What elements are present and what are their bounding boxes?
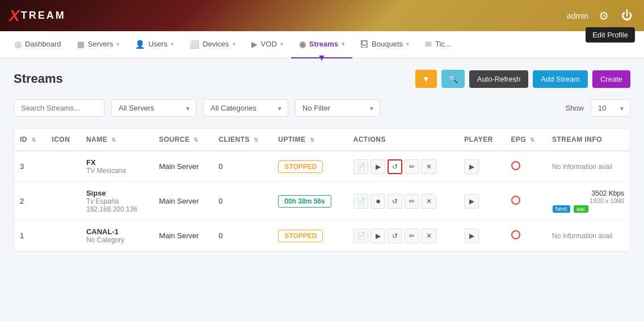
cell-icon <box>46 182 81 221</box>
epg-sort[interactable]: ⇅ <box>530 137 535 143</box>
show-count-wrapper: 10 <box>591 99 630 117</box>
col-uptime: UPTIME ⇅ <box>272 129 347 151</box>
action-stop-btn[interactable]: ■ <box>371 194 385 209</box>
search-input[interactable] <box>14 99 104 117</box>
show-count-select[interactable]: 10 <box>591 99 630 117</box>
navbar: ◎ Dashboard ▦ Servers ▾ 👤 Users ▾ ⬜ Devi… <box>0 31 644 58</box>
player-play-btn[interactable]: ▶ <box>464 229 479 243</box>
power-button[interactable]: ⏻ <box>619 7 635 24</box>
action-delete-btn[interactable]: ✕ <box>422 194 436 209</box>
action-refresh-btn[interactable]: ↺ <box>388 229 402 243</box>
stream-ip: 192.168.200.136 <box>86 205 148 213</box>
filter-row: All Servers All Categories No Filter Sho… <box>14 99 630 117</box>
cell-player: ▶ <box>458 182 505 221</box>
servers-select-wrapper: All Servers <box>111 99 196 117</box>
col-player: PLAYER <box>458 129 505 151</box>
player-play-btn[interactable]: ▶ <box>464 159 479 174</box>
cell-epg <box>506 151 546 182</box>
stream-name: Sipse <box>86 189 148 197</box>
cell-name: Sipse Tv España 192.168.200.136 <box>81 182 153 221</box>
cell-clients: 0 <box>213 151 272 182</box>
bouquets-icon: ⛾ <box>360 40 368 49</box>
categories-select[interactable]: All Categories <box>203 99 288 117</box>
create-button[interactable]: Create <box>592 70 630 88</box>
cell-actions: 📄 ■ ↺ ✏ ✕ <box>347 182 458 221</box>
table-row: 1 CANAL-1 No Category Main Server 0 STOP… <box>14 221 630 251</box>
epg-indicator <box>511 196 520 205</box>
codec-hevc: hevc <box>553 205 570 213</box>
stream-kbps: 3502 Kbps <box>552 189 624 197</box>
action-edit-btn[interactable]: ✏ <box>405 159 419 174</box>
stream-name: CANAL-1 <box>86 227 148 236</box>
name-sort[interactable]: ⇅ <box>111 137 116 143</box>
uptime-badge: STOPPED <box>278 230 323 242</box>
cell-name: CANAL-1 No Category <box>81 221 153 251</box>
nav-label-dashboard: Dashboard <box>25 40 61 48</box>
nav-item-bouquets[interactable]: ⛾ Bouquets ▾ <box>352 31 417 58</box>
clients-sort[interactable]: ⇅ <box>254 137 259 143</box>
cell-player: ▶ <box>458 151 505 182</box>
cell-id: 1 <box>14 221 46 251</box>
add-stream-button[interactable]: Add Stream <box>533 70 588 88</box>
stream-name: FX <box>86 158 148 167</box>
action-file-btn[interactable]: 📄 <box>353 229 368 243</box>
action-play-btn[interactable]: ▶ <box>371 159 385 174</box>
nav-label-servers: Servers <box>88 40 113 48</box>
stream-info-text: No information avail <box>552 232 612 240</box>
logo-x: X <box>9 8 20 24</box>
nav-label-streams: Streams <box>309 40 338 48</box>
filter-select[interactable]: No Filter <box>295 99 380 117</box>
nav-item-servers[interactable]: ▦ Servers ▾ <box>69 31 128 58</box>
cell-id: 2 <box>14 182 46 221</box>
action-refresh-btn[interactable]: ↺ <box>388 194 402 209</box>
player-play-btn[interactable]: ▶ <box>464 194 479 209</box>
nav-item-users[interactable]: 👤 Users ▾ <box>127 31 182 58</box>
action-refresh-btn[interactable]: ↺ <box>388 159 402 174</box>
cell-uptime: 00h 38m 56s <box>272 182 347 221</box>
action-play-btn[interactable]: ▶ <box>371 229 385 243</box>
action-file-btn[interactable]: 📄 <box>353 159 368 174</box>
cell-stream-info: No information avail <box>546 151 630 182</box>
servers-select[interactable]: All Servers <box>111 99 196 117</box>
stream-info-text: No information avail <box>552 163 612 171</box>
cell-epg <box>506 182 546 221</box>
cell-source: Main Server <box>153 221 213 251</box>
autorefresh-button[interactable]: Auto-Refresh <box>469 70 529 88</box>
cell-stream-info: No information avail <box>546 221 630 251</box>
nav-item-vod[interactable]: ▶ VOD ▾ <box>243 31 291 58</box>
dashboard-icon: ◎ <box>15 40 22 49</box>
action-edit-btn[interactable]: ✏ <box>405 229 419 243</box>
vod-icon: ▶ <box>251 40 258 49</box>
epg-indicator <box>511 230 520 239</box>
nav-label-vod: VOD <box>261 40 277 48</box>
action-file-btn[interactable]: 📄 <box>353 194 368 209</box>
source-sort[interactable]: ⇅ <box>193 137 199 143</box>
stream-resolution: 1920 x 1080 <box>552 197 624 204</box>
settings-button[interactable]: ⚙ <box>596 7 611 25</box>
streams-table: ID ⇅ ICON NAME ⇅ SOURCE ⇅ CLIENTS ⇅ UPTI… <box>14 128 630 252</box>
nav-item-streams[interactable]: ◉ Streams ▾ ▼ <box>291 31 352 58</box>
nav-label-devices: Devices <box>203 40 229 48</box>
col-stream-info: STREAM INFO <box>546 129 630 151</box>
nav-label-bouquets: Bouquets <box>372 40 403 48</box>
nav-item-devices[interactable]: ⬜ Devices ▾ <box>182 31 243 58</box>
nav-item-dashboard[interactable]: ◎ Dashboard <box>7 31 69 58</box>
streams-dropdown-arrow: ▾ <box>342 41 344 47</box>
search-toggle-button[interactable]: 🔍 <box>441 70 465 88</box>
action-edit-btn[interactable]: ✏ <box>405 194 419 209</box>
content: Streams ▼ 🔍 Auto-Refresh Add Stream Crea… <box>0 58 644 263</box>
uptime-sort[interactable]: ⇅ <box>310 137 315 143</box>
cell-source: Main Server <box>153 182 213 221</box>
bouquets-dropdown-arrow: ▾ <box>406 41 409 47</box>
table-header-row: ID ⇅ ICON NAME ⇅ SOURCE ⇅ CLIENTS ⇅ UPTI… <box>14 129 630 151</box>
cell-actions: 📄 ▶ ↺ ✏ ✕ <box>347 151 458 182</box>
edit-profile-tooltip: Edit Profile <box>586 27 635 43</box>
nav-item-tickets[interactable]: ✉ Tic... <box>417 31 459 58</box>
action-delete-btn[interactable]: ✕ <box>422 159 436 174</box>
cell-source: Main Server <box>153 151 213 182</box>
filter-button[interactable]: ▼ <box>415 70 437 88</box>
id-sort[interactable]: ⇅ <box>31 137 36 143</box>
devices-dropdown-arrow: ▾ <box>233 41 235 47</box>
uptime-badge: 00h 38m 56s <box>278 195 331 208</box>
action-delete-btn[interactable]: ✕ <box>422 229 436 243</box>
